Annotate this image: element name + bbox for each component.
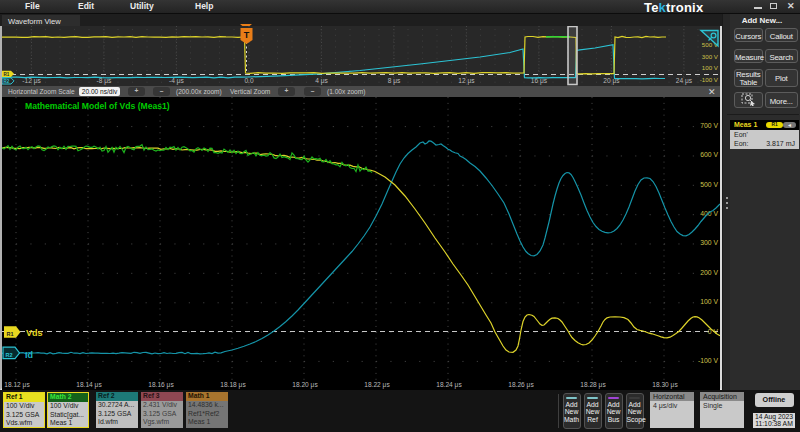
svg-text:300 V: 300 V — [702, 53, 719, 60]
svg-text:R2: R2 — [5, 352, 12, 358]
svg-text:Mathematical Model of Vds (Mea: Mathematical Model of Vds (Meas1) — [25, 101, 170, 111]
svg-text:T: T — [244, 30, 250, 40]
svg-text:18.24 μs: 18.24 μs — [436, 381, 462, 389]
svg-text:-12 μs: -12 μs — [22, 77, 41, 85]
svg-text:Vds: Vds — [26, 328, 43, 338]
svg-text:18.22 μs: 18.22 μs — [364, 381, 390, 389]
svg-text:18.20 μs: 18.20 μs — [292, 381, 318, 389]
svg-text:18.30 μs: 18.30 μs — [652, 381, 678, 389]
svg-text:300 V: 300 V — [700, 239, 718, 246]
svg-text:18.18 μs: 18.18 μs — [220, 381, 246, 389]
svg-text:-100 V: -100 V — [698, 357, 718, 364]
svg-text:-100 V: -100 V — [700, 76, 719, 83]
svg-text:-4 μs: -4 μs — [169, 77, 184, 85]
svg-text:400 V: 400 V — [700, 210, 718, 217]
svg-text:24 μs: 24 μs — [676, 77, 693, 85]
svg-text:18.28 μs: 18.28 μs — [580, 381, 606, 389]
svg-text:500 V: 500 V — [700, 181, 718, 188]
svg-text:0.0: 0.0 — [244, 77, 253, 84]
svg-text:18.12 μs: 18.12 μs — [4, 381, 30, 389]
svg-text:600 V: 600 V — [700, 151, 718, 158]
svg-text:R1: R1 — [6, 331, 13, 337]
svg-text:100 V: 100 V — [700, 298, 718, 305]
svg-text:18.26 μs: 18.26 μs — [508, 381, 534, 389]
svg-text:200 V: 200 V — [700, 269, 718, 276]
svg-text:Id: Id — [25, 350, 33, 360]
svg-text:700 V: 700 V — [700, 122, 718, 129]
svg-text:8 μs: 8 μs — [388, 77, 401, 85]
svg-text:100 V: 100 V — [702, 64, 719, 71]
svg-text:4 μs: 4 μs — [315, 77, 328, 85]
svg-text:18.16 μs: 18.16 μs — [148, 381, 174, 389]
svg-text:R2: R2 — [4, 79, 10, 84]
svg-text:R1: R1 — [4, 72, 10, 77]
svg-text:12 μs: 12 μs — [458, 77, 475, 85]
svg-text:18.14 μs: 18.14 μs — [76, 381, 102, 389]
